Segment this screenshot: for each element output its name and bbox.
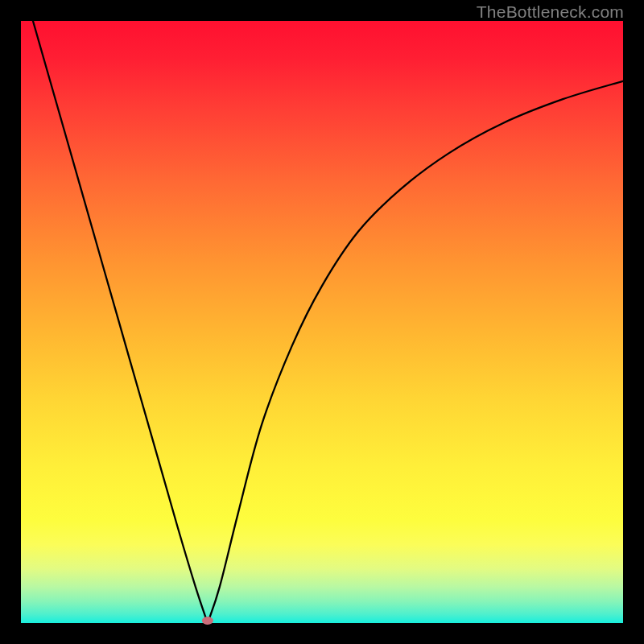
chart-frame: TheBottleneck.com (0, 0, 644, 644)
curve-right-branch (208, 81, 623, 623)
plot-area (21, 21, 623, 623)
minimum-dot (202, 617, 213, 625)
curve-layer (21, 21, 623, 623)
watermark-text: TheBottleneck.com (477, 2, 624, 22)
curve-left-branch (33, 21, 208, 623)
